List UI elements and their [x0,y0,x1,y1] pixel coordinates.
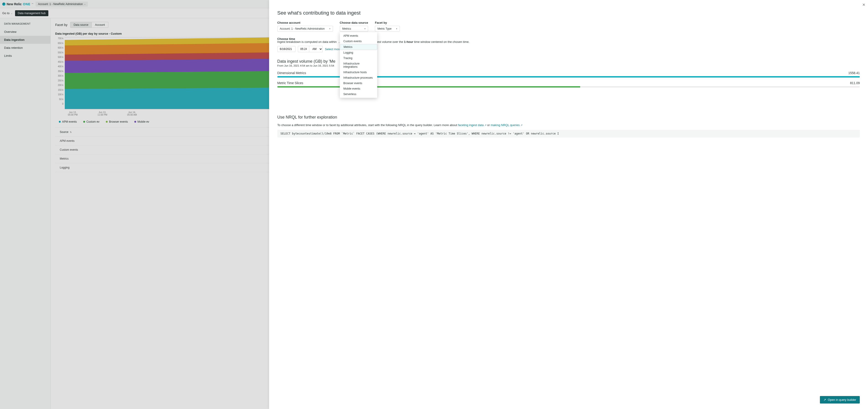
open-in-query-builder-button[interactable]: ↗ Open in query builder [820,396,860,404]
chevron-down-icon: ▾ [329,28,331,30]
data-source-dropdown: APM eventsCustom eventsMetricsLoggingTra… [340,32,377,98]
chevron-down-icon: ▾ [396,28,397,30]
panel-title: See what's contributing to data ingest [277,10,860,16]
dropdown-item[interactable]: Mobile events [340,86,377,91]
dropdown-item[interactable]: Serverless [340,91,377,97]
time-input[interactable] [298,46,309,52]
date-input[interactable] [277,46,296,52]
nrql-heading: Use NRQL for further exploration [277,115,860,120]
chevron-down-icon: ▾ [365,28,366,30]
dropdown-item[interactable]: Tracing [340,55,377,61]
dropdown-item[interactable]: Infrastructure hosts [340,69,377,75]
close-icon[interactable]: × [862,2,865,8]
making-nrql-queries-link[interactable]: making NRQL queries [491,123,522,127]
dropdown-item[interactable]: Logging [340,50,377,55]
dropdown-item[interactable]: Infrastructure processes [340,75,377,81]
ampm-select[interactable]: AM [309,46,323,52]
facet-by-select[interactable]: Metric Type ▾ [375,26,400,32]
metric-name: Dimensional Metrics [277,71,306,75]
external-link-icon: ↗ [824,398,826,402]
dropdown-item[interactable]: Browser events [340,81,377,86]
metric-name: Metric Time Slices [277,81,303,85]
dropdown-item[interactable]: Custom events [340,38,377,44]
dropdown-item[interactable]: Infrastructure integrations [340,61,377,69]
dropdown-item[interactable]: APM events [340,33,377,38]
nrql-body-text: To choose a different time window or to … [277,123,860,127]
metric-value: 811.09 [850,81,860,85]
facet-by-label-panel: Facet by [375,21,400,24]
choose-data-source-select[interactable]: Metrics ▾ [340,26,368,32]
select-most-recent-link[interactable]: Select mos [325,48,340,51]
nrql-code-block[interactable]: SELECT bytecountestimate()/10e8 FROM `Me… [277,130,860,137]
dropdown-item[interactable]: Metrics [340,44,377,50]
faceting-ingest-data-link[interactable]: faceting ingest data [458,123,487,127]
choose-data-source-label: Choose data source [340,21,368,24]
choose-account-label: Choose account [277,21,333,24]
choose-account-select[interactable]: Account: 1 - NewRelic Administration ▾ [277,26,333,32]
metric-value: 1558.41 [848,71,860,75]
